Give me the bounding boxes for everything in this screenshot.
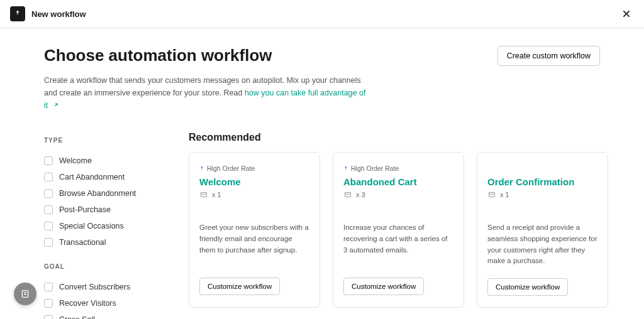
card-badge: High Order Rate xyxy=(199,164,309,173)
checkbox-icon xyxy=(44,189,53,198)
workflow-card: High Order RateWelcomex 1Greet your new … xyxy=(189,152,320,308)
card-badge xyxy=(487,164,597,173)
section-heading-recommended: Recommended xyxy=(189,132,608,143)
filter-item-goal-0[interactable]: Convert Subscribers xyxy=(44,279,164,295)
filter-heading-goal: GOAL xyxy=(44,263,164,270)
customize-workflow-button[interactable]: Customize workflow xyxy=(343,278,424,295)
filter-item-type-1[interactable]: Cart Abandonment xyxy=(44,169,164,185)
badge-text: High Order Rate xyxy=(207,165,255,172)
filter-label: Cart Abandonment xyxy=(59,173,125,181)
filter-item-type-3[interactable]: Post-Purchase xyxy=(44,202,164,218)
checkbox-icon xyxy=(44,173,53,181)
app-logo xyxy=(10,6,25,21)
checkbox-icon xyxy=(44,299,53,308)
arrow-up-icon xyxy=(199,166,204,171)
filter-item-goal-1[interactable]: Recover Visitors xyxy=(44,295,164,311)
page-breadcrumb: New workflow xyxy=(31,9,86,19)
filter-label: Transactional xyxy=(59,238,106,247)
card-description: Increase your chances of recovering a ca… xyxy=(343,222,453,266)
mail-count-text: x 1 xyxy=(500,191,509,198)
close-button[interactable] xyxy=(619,6,634,21)
mail-count: x 1 xyxy=(199,191,309,198)
page-description: Create a workflow that sends your custom… xyxy=(44,74,371,112)
filter-item-type-5[interactable]: Transactional xyxy=(44,234,164,251)
card-title: Welcome xyxy=(199,176,309,187)
checkbox-icon xyxy=(44,222,53,230)
card-description: Send a receipt and provide a seamless sh… xyxy=(487,222,597,267)
card-badge: High Order Rate xyxy=(343,164,453,173)
mail-icon xyxy=(487,191,496,198)
arrow-up-icon xyxy=(343,166,348,171)
checkbox-icon xyxy=(44,205,53,214)
filter-item-type-2[interactable]: Browse Abandonment xyxy=(44,185,164,202)
badge-text: High Order Rate xyxy=(351,165,399,172)
filter-item-type-0[interactable]: Welcome xyxy=(44,153,164,169)
filter-label: Convert Subscribers xyxy=(59,283,130,291)
filter-label: Browse Abandonment xyxy=(59,189,136,198)
create-custom-workflow-button[interactable]: Create custom workflow xyxy=(497,46,600,66)
mail-count-text: x 1 xyxy=(212,191,221,198)
customize-workflow-button[interactable]: Customize workflow xyxy=(487,278,568,296)
workflow-card: High Order RateAbandoned Cartx 3Increase… xyxy=(333,152,464,308)
filter-heading-type: TYPE xyxy=(44,137,164,144)
checkbox-icon xyxy=(44,315,53,319)
filter-label: Recover Visitors xyxy=(59,299,116,308)
filter-label: Cross Sell xyxy=(59,315,95,319)
card-title: Abandoned Cart xyxy=(343,176,453,187)
filter-item-type-4[interactable]: Special Occasions xyxy=(44,218,164,234)
page-title: Choose automation workflow xyxy=(44,46,371,65)
mail-count-text: x 3 xyxy=(356,191,365,198)
filters-sidebar: TYPE WelcomeCart AbandonmentBrowse Aband… xyxy=(44,132,164,319)
card-title: Order Confirmation xyxy=(487,176,597,187)
filter-label: Post-Purchase xyxy=(59,205,111,214)
help-floating-button[interactable] xyxy=(14,283,36,305)
checkbox-icon xyxy=(44,238,53,247)
external-link-icon xyxy=(53,99,59,112)
mail-count: x 3 xyxy=(343,191,453,198)
filter-label: Special Occasions xyxy=(59,222,124,230)
mail-icon xyxy=(343,191,352,198)
workflow-card: Order Confirmationx 1Send a receipt and … xyxy=(477,152,608,308)
filter-label: Welcome xyxy=(59,156,92,165)
checkbox-icon xyxy=(44,156,53,165)
mail-count: x 1 xyxy=(487,191,597,198)
mail-icon xyxy=(199,191,208,198)
filter-item-goal-2[interactable]: Cross Sell xyxy=(44,311,164,319)
checkbox-icon xyxy=(44,283,53,291)
card-description: Greet your new subscribers with a friend… xyxy=(199,222,309,266)
customize-workflow-button[interactable]: Customize workflow xyxy=(199,278,280,295)
